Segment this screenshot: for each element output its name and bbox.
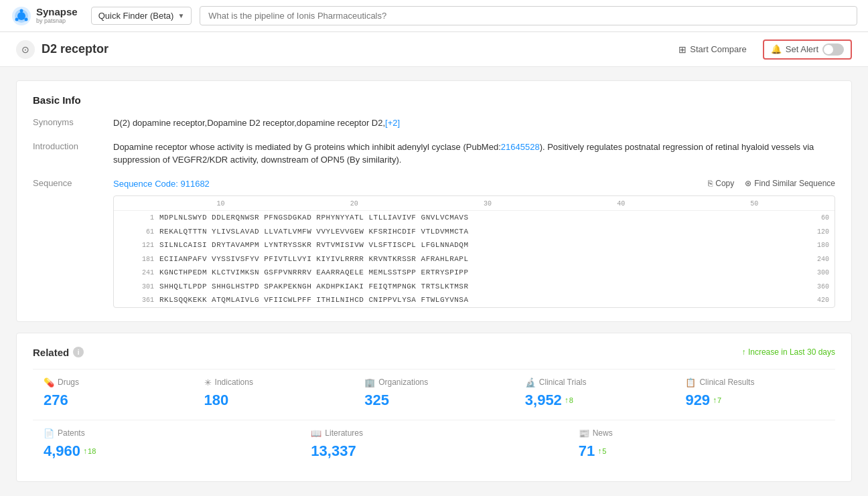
- sequence-ruler: 10 20 30 40 50: [114, 196, 835, 211]
- cell-value: 180: [204, 392, 344, 409]
- cell-category-icon: 📰: [579, 428, 589, 438]
- introduction-value: Dopamine receptor whose activity is medi…: [113, 141, 835, 167]
- cell-category-icon: 📖: [311, 428, 321, 438]
- related-cell[interactable]: 🔬 Clinical Trials 3,952↑8: [514, 369, 675, 417]
- alert-toggle[interactable]: [822, 44, 844, 56]
- increase-text: ↑ Increase in Last 30 days: [742, 347, 835, 357]
- synapse-logo-icon: [11, 5, 32, 27]
- cell-value: 71↑5: [579, 442, 824, 460]
- find-similar-button[interactable]: ⊛ Find Similar Sequence: [745, 177, 835, 189]
- cell-value: 13,337: [311, 442, 557, 460]
- related-cell[interactable]: 📋 Clinical Results 929↑7: [674, 369, 835, 417]
- basic-info-title: Basic Info: [33, 94, 835, 106]
- cell-number: 180: [204, 392, 229, 409]
- cell-value: 325: [364, 392, 504, 409]
- quick-finder-label: Quick Finder (Beta): [98, 11, 174, 21]
- target-icon: ⊙: [16, 40, 35, 59]
- increase-badge: ↑5: [597, 446, 606, 456]
- set-alert-button[interactable]: 🔔 Set Alert: [763, 39, 852, 60]
- pubmed-link[interactable]: 21645528: [501, 142, 540, 152]
- copy-button[interactable]: ⎘ Copy: [708, 177, 734, 189]
- related-cell[interactable]: 📰 News 71↑5: [568, 420, 835, 468]
- cell-label-text: Indications: [215, 378, 253, 387]
- cell-number: 71: [579, 442, 595, 460]
- logo-name: Synapse: [36, 7, 78, 18]
- page-header-right: ⊞ Start Compare 🔔 Set Alert: [673, 39, 852, 60]
- sequence-line: 241KGNCTHPEDM KLCTVIMKSN GSFPVNRRRV EAAR…: [114, 266, 835, 280]
- cell-category-icon: 📄: [44, 428, 54, 438]
- cell-number: 325: [364, 392, 389, 409]
- cell-value: 4,960↑18: [44, 442, 289, 460]
- cell-value: 929↑7: [685, 392, 824, 409]
- basic-info-section: Basic Info Synonyms D(2) dopamine recept…: [16, 80, 852, 322]
- cell-value: 3,952↑8: [525, 392, 664, 409]
- find-similar-icon: ⊛: [745, 177, 751, 189]
- sequence-box: 10 20 30 40 50 1MDPLNLSWYD DDLERQNWSR PF…: [113, 195, 835, 308]
- sequence-header: Sequence Code: 911682 ⎘ Copy ⊛ Find Simi…: [113, 177, 835, 191]
- increase-badge: ↑18: [83, 446, 96, 456]
- cell-category-icon: ✳: [204, 378, 212, 388]
- logo-text: Synapse by patsnap: [36, 7, 78, 24]
- related-grid-row2: 📄 Patents 4,960↑18 📖 Literatures 13,337 …: [33, 420, 835, 468]
- sequence-line: 301SHHQLTLPDP SHHGLHSTPD SPAKPEKNGH AKDH…: [114, 280, 835, 294]
- quick-finder-button[interactable]: Quick Finder (Beta) ▼: [91, 7, 192, 25]
- start-compare-button[interactable]: ⊞ Start Compare: [673, 42, 752, 58]
- related-title: Related i: [33, 347, 84, 358]
- cell-label-text: Organizations: [378, 378, 428, 387]
- related-cell[interactable]: 📖 Literatures 13,337: [300, 420, 567, 468]
- cell-label-text: Drugs: [58, 378, 79, 387]
- related-cell[interactable]: ✳ Indications 180: [194, 369, 354, 417]
- sequence-actions: ⎘ Copy ⊛ Find Similar Sequence: [708, 177, 835, 189]
- set-alert-label: Set Alert: [786, 44, 818, 54]
- related-cell[interactable]: 💊 Drugs 276: [33, 369, 194, 417]
- synonyms-label: Synonyms: [33, 116, 113, 130]
- cell-number: 4,960: [44, 442, 80, 460]
- sequence-line: 61REKALQTTTN YLIVSLAVAD LLVATLVMFW VVYLE…: [114, 225, 835, 239]
- cell-label-text: Clinical Trials: [539, 378, 587, 387]
- sequence-lines[interactable]: 1MDPLNLSWYD DDLERQNWSR PFNGSDGKAD RPHYNY…: [114, 211, 835, 307]
- page-title: D2 receptor: [42, 42, 108, 56]
- increase-badge: ↑8: [565, 396, 573, 405]
- related-header: Related i ↑ Increase in Last 30 days: [33, 347, 835, 358]
- related-section: Related i ↑ Increase in Last 30 days 💊 D…: [16, 333, 852, 482]
- cell-label-text: Clinical Results: [699, 378, 754, 387]
- copy-icon: ⎘: [708, 177, 713, 189]
- find-similar-label: Find Similar Sequence: [754, 177, 835, 189]
- related-cell[interactable]: 📄 Patents 4,960↑18: [33, 420, 300, 468]
- introduction-label: Introduction: [33, 141, 113, 167]
- sequence-line: 121SILNLCAISI DRYTAVAMPM LYNTRYSSKR RVTV…: [114, 238, 835, 252]
- alert-icon: 🔔: [771, 44, 782, 54]
- cell-category-icon: 📋: [685, 378, 696, 388]
- start-compare-label: Start Compare: [690, 44, 747, 54]
- cell-category-icon: 💊: [44, 378, 54, 388]
- logo: Synapse by patsnap: [11, 5, 78, 27]
- chevron-down-icon: ▼: [177, 12, 184, 19]
- related-cell[interactable]: 🏢 Organizations 325: [354, 369, 514, 417]
- synonyms-more-link[interactable]: [+2]: [385, 118, 400, 128]
- cell-category-icon: 🔬: [525, 378, 536, 388]
- cell-number: 929: [685, 392, 710, 409]
- logo-sub: by patsnap: [36, 18, 78, 25]
- sequence-value: Sequence Code: 911682 ⎘ Copy ⊛ Find Simi…: [113, 177, 835, 308]
- page-header-left: ⊙ D2 receptor: [16, 40, 673, 59]
- page-header: ⊙ D2 receptor ⊞ Start Compare 🔔 Set Aler…: [0, 32, 868, 67]
- related-info-icon: i: [73, 347, 84, 357]
- top-navigation: Synapse by patsnap Quick Finder (Beta) ▼: [0, 0, 868, 32]
- cell-number: 3,952: [525, 392, 562, 409]
- sequence-line: 181ECIIANPAFV VYSSIVSFYV PFIVTLLVYI KIYI…: [114, 252, 835, 266]
- search-input[interactable]: [200, 6, 857, 25]
- cell-category-icon: 🏢: [364, 378, 375, 388]
- sequence-line: 361RKLSQQKEKK ATQMLAIVLG VFIICWLPFF ITHI…: [114, 293, 835, 307]
- introduction-row: Introduction Dopamine receptor whose act…: [33, 141, 835, 167]
- cell-number: 13,337: [311, 442, 356, 460]
- increase-badge: ↑7: [713, 396, 721, 405]
- main-content: Basic Info Synonyms D(2) dopamine recept…: [0, 67, 868, 496]
- copy-label: Copy: [715, 177, 734, 189]
- sequence-code-link[interactable]: Sequence Code: 911682: [113, 177, 210, 191]
- sequence-row: Sequence Sequence Code: 911682 ⎘ Copy ⊛ …: [33, 177, 835, 308]
- synonyms-row: Synonyms D(2) dopamine receptor,Dopamine…: [33, 116, 835, 130]
- cell-label-text: News: [593, 428, 613, 438]
- compare-icon: ⊞: [678, 44, 686, 55]
- related-grid-row1: 💊 Drugs 276 ✳ Indications 180 🏢 Organiza…: [33, 369, 835, 417]
- sequence-line: 1MDPLNLSWYD DDLERQNWSR PFNGSDGKAD RPHYNY…: [114, 211, 835, 225]
